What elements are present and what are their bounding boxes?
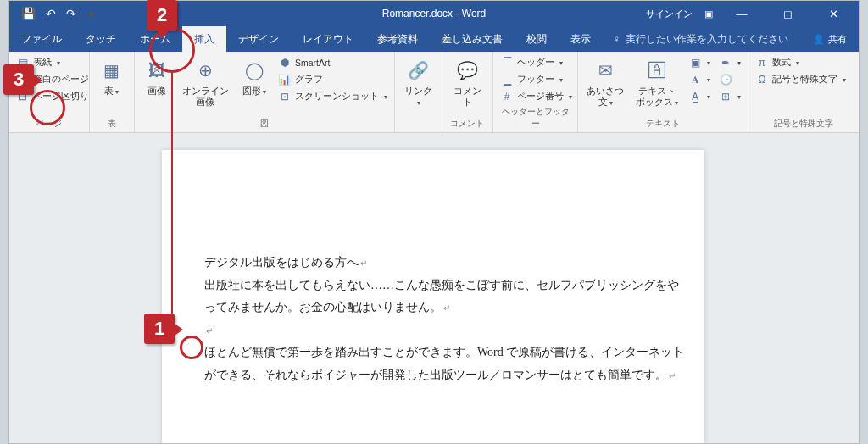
tab-layout[interactable]: レイアウト [291,26,365,52]
save-icon[interactable]: 💾 [21,7,36,20]
footer-icon: ▁ [500,73,514,86]
smartart-icon: ⬢ [278,56,292,69]
group-symbols: π数式▾ Ω記号と特殊文字▾ 記号と特殊文字 [748,52,859,132]
doc-line: デジタル出版をはじめる方へ↵ [204,252,687,275]
quick-access-toolbar: 💾 ↶ ↷ ▾ [9,7,106,20]
group-symbols-label: 記号と特殊文字 [754,116,854,132]
screenshot-icon: ⊡ [278,90,292,103]
shapes-button[interactable]: ◯ 図形▾ [237,55,271,98]
doc-line: ができる、それならボイジャーが開発した出版ツール／ロマンサーはとても簡単です。↵ [204,364,687,387]
header-button[interactable]: ▔ヘッダー▾ [498,55,574,70]
pagenum-button[interactable]: #ページ番号▾ [498,89,574,104]
header-icon: ▔ [500,56,514,69]
group-tables-label: 表 [95,116,129,132]
equation-icon: π [755,56,769,69]
comment-icon: 💬 [453,57,481,84]
group-text-label: テキスト [583,116,743,132]
callout-2: 2 [147,0,177,31]
tab-references[interactable]: 参考資料 [365,26,430,52]
tell-me-box[interactable]: ♀ 実行したい作業を入力してください [603,26,798,52]
maximize-button[interactable]: ◻ [771,1,804,26]
quickparts-button[interactable]: ▣▾ [687,55,712,70]
group-headerfooter: ▔ヘッダー▾ ▁フッター▾ #ページ番号▾ ヘッダーとフッター [493,52,578,132]
dropcap-icon: A̲ [688,90,702,103]
dropcap-button[interactable]: A̲▾ [687,89,712,104]
tab-file[interactable]: ファイル [9,26,74,52]
doc-line: ほとんど無償で第一歩を踏み出すことができます。Word で原稿が書ける、インター… [204,341,687,364]
share-button[interactable]: 👤 共有 [801,26,859,52]
close-button[interactable]: ✕ [816,1,850,26]
equation-button[interactable]: π数式▾ [754,55,848,70]
greeting-icon: ✉ [592,57,619,84]
lightbulb-icon: ♀ [613,33,620,45]
signin-link[interactable]: サインイン [646,8,693,20]
callout-3: 3 [3,64,34,95]
comment-button[interactable]: 💬 コメント [448,55,487,108]
redo-icon[interactable]: ↷ [66,7,76,20]
group-comments-label: コメント [448,116,487,132]
ribbon-tabs: ファイル タッチ ホーム 挿入 デザイン レイアウト 参考資料 差し込み文書 校… [9,26,859,52]
object-icon: ⊞ [719,90,732,103]
table-icon: ▦ [98,57,125,84]
online-pictures-icon: ⊕ [192,57,219,84]
chart-icon: 📊 [278,73,292,86]
tab-mailings[interactable]: 差し込み文書 [430,26,515,52]
tell-me-placeholder: 実行したい作業を入力してください [626,32,788,47]
textbox-button[interactable]: 🄰 テキスト ボックス▾ [632,55,682,108]
app-window: 💾 ↶ ↷ ▾ Romancer.docx - Word サインイン ▣ — ◻… [8,0,860,444]
shapes-icon: ◯ [241,57,268,84]
group-comments: 💬 コメント コメント [442,52,493,132]
share-icon: 👤 [813,34,825,45]
datetime-icon: 🕒 [719,73,732,86]
greeting-button[interactable]: ✉ あいさつ 文▾ [583,55,627,108]
doc-line: ってみませんか。お金の心配はいりません。↵ [204,297,687,319]
screenshot-button[interactable]: ⊡スクリーンショット▾ [276,89,389,104]
smartart-button[interactable]: ⬢SmartArt [276,55,389,70]
group-tables: ▦ 表▾ 表 [90,52,135,132]
ribbon-display-icon[interactable]: ▣ [704,8,713,19]
share-label: 共有 [828,33,847,46]
wordart-button[interactable]: 𝐀▾ [687,72,712,87]
tab-view[interactable]: 表示 [559,26,603,52]
ribbon: ▤表紙▾ ▫空白のページ ⊟ページ区切り ページ ▦ 表▾ 表 🖼 画像 [9,52,859,133]
group-illustrations-label: 図 [140,116,389,132]
symbol-button[interactable]: Ω記号と特殊文字▾ [754,72,848,87]
document-area[interactable]: デジタル出版をはじめる方へ↵ 出版社に本を出してもらえない……こんな愚痴をこぼす… [9,133,859,443]
doc-blank-line: ↵ [204,319,687,342]
datetime-button[interactable]: 🕒 [717,72,743,87]
pagenum-icon: # [500,90,514,103]
tab-review[interactable]: 校閲 [515,26,559,52]
footer-button[interactable]: ▁フッター▾ [498,72,574,87]
group-links: 🔗 リンク▾ [395,52,442,132]
object-button[interactable]: ⊞▾ [717,89,743,104]
annotation-circle-cursor [180,336,203,359]
chart-button[interactable]: 📊グラフ [276,72,389,87]
annotation-circle-pagebreak [30,90,65,125]
group-links-label [400,128,437,132]
qat-customize-icon[interactable]: ▾ [88,7,94,20]
annotation-line [171,73,173,337]
minimize-button[interactable]: — [725,1,759,26]
link-button[interactable]: 🔗 リンク▾ [400,55,437,108]
title-bar: 💾 ↶ ↷ ▾ Romancer.docx - Word サインイン ▣ — ◻… [9,1,859,26]
group-headerfooter-label: ヘッダーとフッター [498,104,572,132]
link-icon: 🔗 [404,57,431,84]
tab-touch[interactable]: タッチ [74,26,128,52]
undo-icon[interactable]: ↶ [46,7,56,20]
textbox-icon: 🄰 [643,57,670,84]
callout-1: 1 [144,314,175,344]
sigline-icon: ✒ [719,56,732,69]
symbol-icon: Ω [755,73,769,86]
sigline-button[interactable]: ✒▾ [717,55,743,70]
tab-design[interactable]: デザイン [226,26,291,52]
wordart-icon: 𝐀 [688,73,702,86]
page[interactable]: デジタル出版をはじめる方へ↵ 出版社に本を出してもらえない……こんな愚痴をこぼす… [162,150,704,443]
table-button[interactable]: ▦ 表▾ [95,55,129,98]
group-text: ✉ あいさつ 文▾ 🄰 テキスト ボックス▾ ▣▾ 𝐀▾ A̲▾ ✒▾ 🕒 ⊞▾ [578,52,748,132]
doc-line: 出版社に本を出してもらえない……こんな愚痴をこぼす前に、セルフパブリッシングをや [204,275,687,297]
quickparts-icon: ▣ [688,56,702,69]
